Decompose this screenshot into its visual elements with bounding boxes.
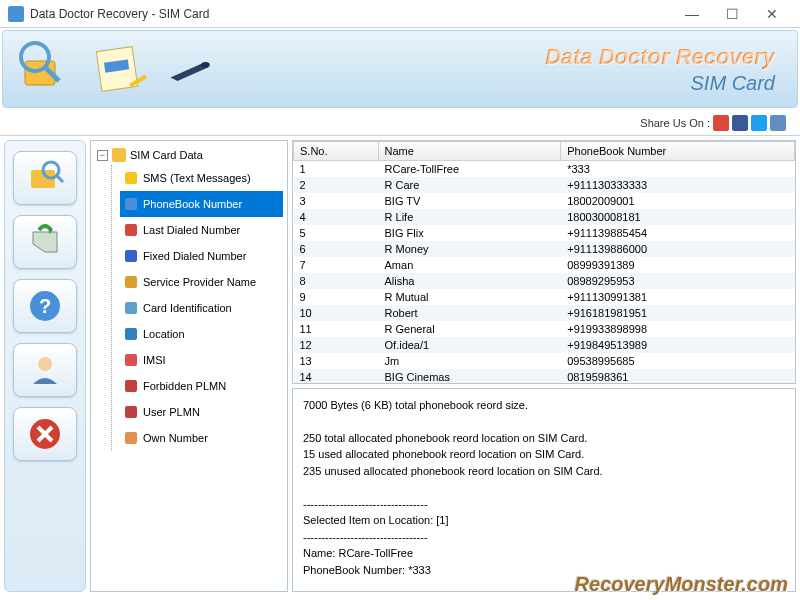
svg-rect-19 bbox=[125, 224, 137, 236]
svg-point-12 bbox=[38, 357, 52, 371]
tree-children: SMS (Text Messages)PhoneBook NumberLast … bbox=[111, 165, 283, 451]
tree-item[interactable]: SMS (Text Messages) bbox=[120, 165, 283, 191]
cell: R Money bbox=[378, 241, 561, 257]
table-row[interactable]: 9R Mutual+911130991381 bbox=[294, 289, 795, 305]
column-header[interactable]: Name bbox=[378, 142, 561, 161]
tree-item[interactable]: Fixed Dialed Number bbox=[120, 243, 283, 269]
cell: 09538995685 bbox=[561, 353, 795, 369]
gplus-icon[interactable] bbox=[713, 115, 729, 131]
tree-item-icon bbox=[124, 405, 138, 419]
close-button[interactable]: ✕ bbox=[752, 0, 792, 28]
table-row[interactable]: 7Aman08999391389 bbox=[294, 257, 795, 273]
collapse-icon[interactable]: − bbox=[97, 150, 108, 161]
table-row[interactable]: 3BIG TV18002009001 bbox=[294, 193, 795, 209]
tree-item-icon bbox=[124, 275, 138, 289]
tree-item[interactable]: Forbidden PLMN bbox=[120, 373, 283, 399]
tree-item[interactable]: Service Provider Name bbox=[120, 269, 283, 295]
tree-panel: − SIM Card Data SMS (Text Messages)Phone… bbox=[90, 140, 288, 592]
table-panel: S.No.NamePhoneBook Number 1RCare-TollFre… bbox=[292, 140, 796, 384]
cell: 12 bbox=[294, 337, 379, 353]
svg-text:?: ? bbox=[39, 295, 51, 317]
tree-item-label: IMSI bbox=[143, 354, 166, 366]
table-row[interactable]: 2R Care+911130333333 bbox=[294, 177, 795, 193]
table-row[interactable]: 1RCare-TollFree*333 bbox=[294, 161, 795, 178]
table-row[interactable]: 13Jm09538995685 bbox=[294, 353, 795, 369]
tree-item-label: Own Number bbox=[143, 432, 208, 444]
window-controls: — ☐ ✕ bbox=[672, 0, 792, 28]
table-row[interactable]: 6R Money+911139886000 bbox=[294, 241, 795, 257]
titlebar: Data Doctor Recovery - SIM Card — ☐ ✕ bbox=[0, 0, 800, 28]
tree-item[interactable]: Last Dialed Number bbox=[120, 217, 283, 243]
tree-item-label: Service Provider Name bbox=[143, 276, 256, 288]
share-label: Share Us On : bbox=[640, 117, 710, 129]
cell: 18002009001 bbox=[561, 193, 795, 209]
cell: R General bbox=[378, 321, 561, 337]
table-row[interactable]: 11R General+919933898998 bbox=[294, 321, 795, 337]
cell: 0819598361 bbox=[561, 369, 795, 384]
scan-button[interactable] bbox=[13, 151, 77, 205]
tree-root-label: SIM Card Data bbox=[130, 149, 203, 161]
main-area: ? − SIM Card Data SMS (Text Messages)Pho… bbox=[0, 136, 800, 596]
share-more-icon[interactable] bbox=[770, 115, 786, 131]
tree-item[interactable]: Card Identification bbox=[120, 295, 283, 321]
column-header[interactable]: PhoneBook Number bbox=[561, 142, 795, 161]
table-row[interactable]: 4R Life180030008181 bbox=[294, 209, 795, 225]
tree-item[interactable]: Location bbox=[120, 321, 283, 347]
banner-icons bbox=[15, 41, 223, 97]
share-bar: Share Us On : bbox=[0, 110, 800, 136]
svg-point-6 bbox=[201, 62, 209, 68]
help-button[interactable]: ? bbox=[13, 279, 77, 333]
cell: *333 bbox=[561, 161, 795, 178]
cell: 9 bbox=[294, 289, 379, 305]
banner-title: Data Doctor Recovery bbox=[545, 44, 775, 70]
tree-item[interactable]: IMSI bbox=[120, 347, 283, 373]
cell: 13 bbox=[294, 353, 379, 369]
tree-item[interactable]: Own Number bbox=[120, 425, 283, 451]
tree-root-node[interactable]: − SIM Card Data bbox=[95, 145, 283, 165]
banner: Data Doctor Recovery SIM Card bbox=[2, 30, 798, 108]
tree-item-label: PhoneBook Number bbox=[143, 198, 242, 210]
cell: 6 bbox=[294, 241, 379, 257]
table-row[interactable]: 5BIG Flix+911139885454 bbox=[294, 225, 795, 241]
app-icon bbox=[8, 6, 24, 22]
table-row[interactable]: 12Of.idea/1+919849513989 bbox=[294, 337, 795, 353]
cell: Alisha bbox=[378, 273, 561, 289]
maximize-button[interactable]: ☐ bbox=[712, 0, 752, 28]
right-column: S.No.NamePhoneBook Number 1RCare-TollFre… bbox=[292, 140, 796, 592]
tree-item-icon bbox=[124, 379, 138, 393]
tree-item-label: User PLMN bbox=[143, 406, 200, 418]
twitter-icon[interactable] bbox=[751, 115, 767, 131]
tree-item[interactable]: PhoneBook Number bbox=[120, 191, 283, 217]
cell: 7 bbox=[294, 257, 379, 273]
cell: Robert bbox=[378, 305, 561, 321]
tree-item-icon bbox=[124, 301, 138, 315]
cell: 180030008181 bbox=[561, 209, 795, 225]
minimize-button[interactable]: — bbox=[672, 0, 712, 28]
column-header[interactable]: S.No. bbox=[294, 142, 379, 161]
tree-item-icon bbox=[124, 171, 138, 185]
svg-rect-20 bbox=[125, 250, 137, 262]
svg-rect-18 bbox=[125, 198, 137, 210]
exit-button[interactable] bbox=[13, 407, 77, 461]
tree-item[interactable]: User PLMN bbox=[120, 399, 283, 425]
tree-item-label: Forbidden PLMN bbox=[143, 380, 226, 392]
banner-subtitle: SIM Card bbox=[545, 72, 775, 95]
svg-rect-27 bbox=[125, 432, 137, 444]
table-row[interactable]: 10Robert+916181981951 bbox=[294, 305, 795, 321]
cell: Jm bbox=[378, 353, 561, 369]
cell: 5 bbox=[294, 225, 379, 241]
sim-icon bbox=[112, 148, 126, 162]
svg-rect-23 bbox=[125, 328, 137, 340]
save-button[interactable] bbox=[13, 215, 77, 269]
cell: 3 bbox=[294, 193, 379, 209]
facebook-icon[interactable] bbox=[732, 115, 748, 131]
cell: 4 bbox=[294, 209, 379, 225]
table-row[interactable]: 14BIG Cinemas0819598361 bbox=[294, 369, 795, 384]
tree-item-label: Location bbox=[143, 328, 185, 340]
tree-item-icon bbox=[124, 197, 138, 211]
table-row[interactable]: 8Alisha08989295953 bbox=[294, 273, 795, 289]
cell: 11 bbox=[294, 321, 379, 337]
user-button[interactable] bbox=[13, 343, 77, 397]
svg-rect-17 bbox=[125, 172, 137, 184]
banner-title-block: Data Doctor Recovery SIM Card bbox=[545, 44, 785, 95]
